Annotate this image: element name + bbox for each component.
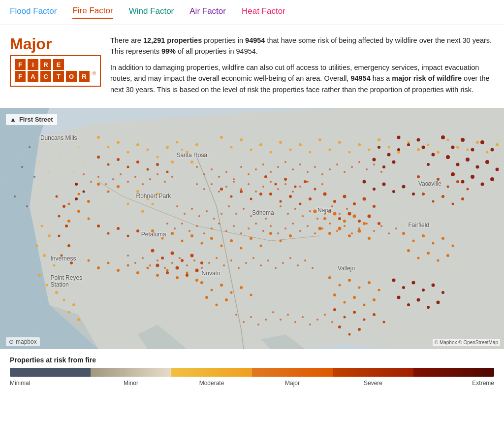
svg-point-284 [397, 296, 401, 299]
svg-point-279 [402, 286, 405, 289]
svg-point-406 [134, 262, 136, 264]
svg-point-412 [179, 257, 181, 259]
svg-point-397 [120, 173, 122, 175]
svg-point-253 [485, 160, 489, 164]
description-section: There are 12,291 properties properties i… [110, 35, 494, 100]
svg-point-315 [366, 168, 368, 170]
svg-point-255 [451, 172, 455, 176]
svg-point-95 [260, 245, 262, 247]
svg-point-357 [331, 205, 333, 207]
svg-point-56 [408, 141, 410, 144]
svg-point-40 [250, 149, 252, 151]
svg-point-118 [417, 257, 420, 260]
svg-point-123 [107, 191, 110, 193]
legend-label-major: Major [252, 380, 333, 387]
svg-point-88 [190, 234, 193, 237]
svg-point-24 [186, 151, 189, 154]
svg-point-401 [149, 178, 151, 180]
svg-point-125 [78, 193, 80, 195]
svg-point-93 [240, 247, 243, 250]
svg-point-49 [338, 141, 341, 144]
logo-e: E [53, 59, 64, 70]
svg-point-353 [302, 215, 304, 217]
svg-point-82 [68, 311, 70, 314]
svg-point-14 [43, 141, 46, 144]
svg-point-129 [88, 218, 90, 220]
first-street-label: First Street [19, 116, 53, 123]
svg-point-404 [171, 176, 173, 178]
navigation: Flood Factor Fire Factor Wind Factor Air… [0, 0, 504, 25]
svg-point-206 [63, 205, 65, 208]
svg-point-169 [156, 163, 159, 166]
svg-point-104 [363, 222, 366, 225]
svg-point-34 [127, 151, 129, 154]
svg-point-426 [282, 262, 284, 264]
svg-point-420 [238, 267, 240, 269]
nav-flood-factor[interactable]: Flood Factor [10, 6, 57, 18]
svg-point-292 [196, 166, 198, 168]
svg-point-139 [225, 298, 228, 301]
svg-point-107 [338, 227, 342, 230]
svg-point-68 [156, 193, 159, 195]
svg-point-181 [195, 269, 199, 272]
svg-point-304 [284, 161, 286, 163]
legend-section: Properties at risk from fire Minimal Min… [0, 349, 504, 394]
svg-point-256 [461, 180, 465, 184]
svg-point-322 [225, 186, 227, 188]
nav-air-factor[interactable]: Air Factor [189, 6, 226, 18]
svg-point-153 [107, 262, 110, 264]
svg-point-179 [176, 266, 179, 270]
svg-point-223 [309, 197, 312, 200]
svg-point-144 [368, 281, 371, 284]
svg-point-346 [250, 215, 252, 217]
svg-point-242 [136, 229, 139, 232]
svg-point-267 [387, 153, 391, 157]
svg-point-30 [190, 161, 193, 163]
mapbox-credit: © Mapbox © OpenStreetMap [433, 339, 500, 346]
svg-point-338 [191, 208, 193, 210]
svg-point-232 [358, 328, 361, 331]
svg-point-216 [294, 186, 297, 188]
svg-point-327 [262, 186, 264, 188]
svg-point-134 [230, 292, 233, 294]
svg-point-235 [240, 190, 243, 193]
svg-point-205 [56, 195, 58, 198]
svg-point-183 [333, 200, 336, 203]
svg-point-31 [97, 136, 100, 139]
svg-point-407 [142, 257, 144, 259]
svg-point-388 [373, 230, 375, 232]
svg-point-433 [250, 316, 252, 318]
map-container[interactable]: Santa Rosa Rohnert Park Petaluma Novato … [0, 108, 504, 349]
svg-point-329 [277, 188, 279, 190]
svg-point-108 [348, 234, 351, 237]
svg-point-79 [55, 291, 58, 294]
logo-i: I [28, 59, 38, 70]
svg-point-120 [437, 260, 440, 262]
nav-heat-factor[interactable]: Heat Factor [242, 6, 285, 18]
nav-fire-factor[interactable]: Fire Factor [72, 6, 113, 19]
svg-point-16 [38, 161, 41, 163]
svg-point-374 [270, 225, 272, 227]
svg-point-145 [378, 289, 380, 292]
svg-point-379 [307, 225, 309, 227]
svg-point-69 [127, 203, 129, 205]
svg-point-38 [230, 146, 233, 149]
svg-point-101 [333, 212, 337, 216]
svg-point-398 [127, 181, 129, 183]
svg-point-437 [280, 319, 282, 321]
svg-point-92 [230, 239, 233, 242]
svg-point-28 [195, 143, 198, 146]
svg-point-239 [107, 232, 110, 235]
svg-point-423 [260, 264, 262, 266]
svg-point-70 [141, 210, 144, 213]
svg-point-428 [297, 264, 299, 266]
svg-point-32 [107, 146, 110, 149]
nav-wind-factor[interactable]: Wind Factor [129, 6, 174, 18]
svg-point-200 [422, 193, 425, 195]
svg-point-311 [336, 163, 338, 165]
svg-point-46 [309, 151, 312, 154]
svg-point-33 [117, 141, 120, 144]
svg-point-297 [233, 178, 235, 180]
svg-point-177 [156, 264, 159, 267]
svg-point-316 [373, 163, 375, 165]
